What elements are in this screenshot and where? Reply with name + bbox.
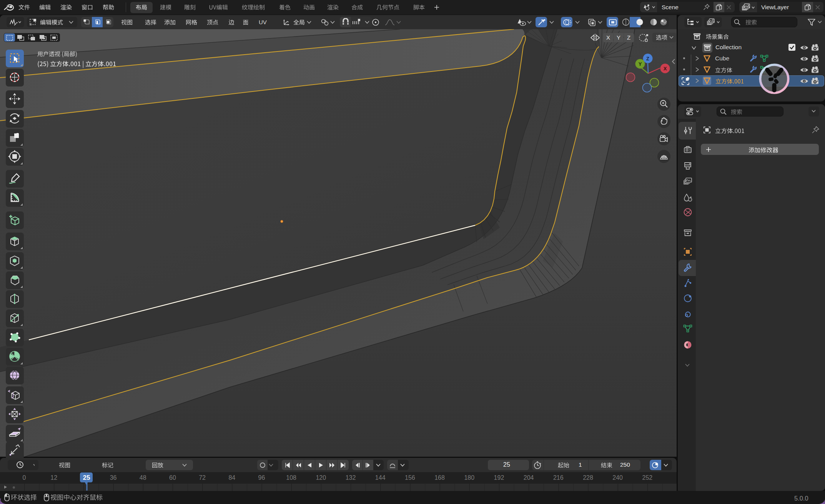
svg-text:Z: Z: [646, 56, 649, 62]
svg-text:25: 25: [83, 474, 90, 481]
svg-text:Y: Y: [639, 61, 642, 67]
svg-text:X: X: [664, 66, 667, 72]
